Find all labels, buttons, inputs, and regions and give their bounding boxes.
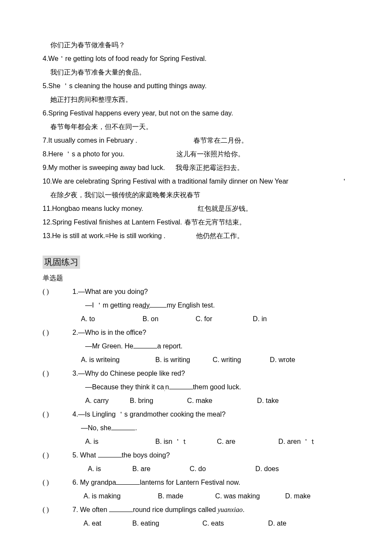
answer-bracket-4[interactable]: ( ) [43, 408, 72, 421]
question-3: ( ) 3.—Why do Chinese people like red? [43, 367, 349, 380]
option-3d[interactable]: D. take [257, 394, 279, 408]
sentence-5-en: 5.She ＇s cleaning the house and putting … [43, 79, 349, 93]
option-3b[interactable]: B. bring [130, 394, 185, 408]
question-3-stem: 3.—Why do Chinese people like red? [72, 367, 349, 380]
question-1-sub-u: dy [142, 302, 150, 309]
sentence-8-en: 8.Here ＇s a photo for you. [43, 147, 158, 161]
question-3-options: A. carry B. bring C. make D. take [85, 394, 349, 408]
sentence-6-cn: 春节每年都会来，但不在同一天。 [43, 120, 349, 134]
sentence-10-en: 10.We are celebrating Spring Festival wi… [43, 175, 349, 188]
option-2c[interactable]: C. writing [213, 353, 268, 367]
option-1c[interactable]: C. for [196, 312, 251, 326]
question-3-sub-post: them good luck. [193, 383, 241, 391]
sentence-13: 13.He is still at work.=He is still work… [43, 229, 349, 243]
question-7-stem-post: round rice dumplings called [133, 506, 216, 513]
option-1d[interactable]: D. in [253, 312, 267, 326]
question-4-sub-post: . [135, 424, 137, 431]
question-5-stem-post: the boys doing? [122, 451, 170, 459]
question-7-stem-tail: yuanxiao [216, 506, 243, 513]
answer-bracket-7[interactable]: ( ) [43, 503, 72, 517]
option-7d[interactable]: D. ate [268, 517, 286, 530]
question-1-sub: —I ＇m getting readymy English test. [85, 299, 349, 312]
sentence-11-cn: 红包就是压岁钱。 [198, 205, 252, 212]
blank-icon [150, 301, 167, 308]
sentence-11: 11.Hongbao means lucky money. 红包就是压岁钱。 [43, 202, 349, 216]
question-4-sub-pre: —No, she [81, 424, 111, 431]
blank-icon [169, 383, 193, 389]
answer-bracket-2[interactable]: ( ) [43, 326, 72, 339]
sentence-12-cn: 春节在元宵节结束。 [184, 219, 246, 226]
sentence-12-en: 12.Spring Festival finishes at Lantern F… [43, 219, 182, 226]
section-subtitle: 单选题 [43, 271, 349, 285]
answer-bracket-3[interactable]: ( ) [43, 367, 72, 380]
option-4c[interactable]: C. are [217, 435, 277, 449]
sentence-9-cn: 我母亲正把霉运扫去。 [176, 164, 244, 171]
option-4d[interactable]: D. aren ＇ｔ [278, 435, 316, 449]
option-2d[interactable]: D. wrote [270, 353, 295, 367]
sentence-5-cn: 她正打扫房间和整理东西。 [43, 93, 349, 106]
option-7a[interactable]: A. eat [84, 517, 130, 530]
option-4b[interactable]: B. isn ＇ｔ [155, 435, 215, 449]
answer-bracket-1[interactable]: ( ) [43, 285, 72, 299]
question-6-stem-post: lanterns for Lantern Festival now. [140, 479, 240, 486]
sentence-9-en: 9.My mother is sweeping away bad luck. [43, 161, 170, 175]
answer-bracket-6[interactable]: ( ) [43, 476, 72, 489]
option-4a[interactable]: A. is [85, 435, 153, 449]
sentence-3-cn: 你们正为春节做准备吗？ [43, 38, 349, 52]
question-7-stem-pre: 7. We often [72, 506, 109, 513]
question-5-stem: 5. What the boys doing? [72, 449, 349, 462]
question-4-sub: —No, she. [81, 421, 349, 435]
sentence-8-cn: 这儿有一张照片给你。 [176, 150, 245, 158]
option-6d[interactable]: D. make [285, 489, 311, 503]
question-1-stem: 1.—What are you doing? [72, 285, 349, 299]
question-3-sub: —Because they think it ca.nthem good luc… [85, 380, 349, 394]
question-7-options: A. eat B. eating C. eats D. ate [84, 517, 349, 530]
option-6a[interactable]: A. is making [84, 489, 156, 503]
sentence-4-en: 4.We＇re getting lots of food ready for S… [43, 52, 349, 66]
question-4-options: A. is B. isn ＇ｔ C. are D. aren ＇ｔ [85, 435, 349, 449]
sentence-10-en-text: 10.We are celebrating Spring Festival wi… [43, 178, 288, 185]
question-7-stem: 7. We often round rice dumplings called … [72, 503, 349, 517]
question-3-sub-mid: n [165, 383, 169, 391]
option-3a[interactable]: A. carry [85, 394, 128, 408]
question-2: ( ) 2.—Who is in the office? [43, 326, 349, 339]
question-3-sub-pre: —Because they think it ca [85, 383, 164, 391]
option-3c[interactable]: C. make [187, 394, 255, 408]
blank-icon [116, 478, 140, 485]
question-2-stem: 2.—Who is in the office? [72, 326, 349, 339]
option-7c[interactable]: C. eats [202, 517, 266, 530]
sentence-4-cn: 我们正为春节准备大量的食品。 [43, 66, 349, 79]
question-6: ( ) 6. My grandpalanterns for Lantern Fe… [43, 476, 349, 489]
sentence-8: 8.Here ＇s a photo for you. 这儿有一张照片给你。 [43, 147, 349, 161]
question-6-stem: 6. My grandpalanterns for Lantern Festiv… [72, 476, 349, 489]
blank-icon [98, 451, 122, 457]
option-5d[interactable]: D. does [255, 462, 279, 476]
option-1b[interactable]: B. on [142, 312, 193, 326]
question-5-options: A. is B. are C. do D. does [88, 462, 349, 476]
question-6-stem-pre: 6. My grandpa [72, 479, 116, 486]
question-2-sub-post: a report. [157, 342, 183, 350]
option-6c[interactable]: C. was making [215, 489, 283, 503]
answer-bracket-5[interactable]: ( ) [43, 449, 72, 462]
option-5a[interactable]: A. is [88, 462, 130, 476]
question-1: ( ) 1.—What are you doing? [43, 285, 349, 299]
option-2b[interactable]: B. is writing [155, 353, 210, 367]
option-6b[interactable]: B. made [158, 489, 213, 503]
option-7b[interactable]: B. eating [132, 517, 200, 530]
option-2a[interactable]: A. is writeing [81, 353, 153, 367]
question-4: ( ) 4.—Is Lingling ＇s grandmother cookin… [43, 408, 349, 421]
question-2-options: A. is writeing B. is writing C. writing … [81, 353, 349, 367]
question-7-stem-dot: . [242, 506, 244, 513]
option-1a[interactable]: A. to [81, 312, 141, 326]
option-5b[interactable]: B. are [132, 462, 187, 476]
question-1-options: A. to B. on C. for D. in [81, 312, 349, 326]
blank-icon [133, 342, 157, 348]
option-5c[interactable]: C. do [190, 462, 254, 476]
sentence-9: 9.My mother is sweeping away bad luck. 我… [43, 161, 349, 175]
sentence-6-en: 6.Spring Festival happens every year, bu… [43, 106, 349, 120]
question-1-sub-pre: —I ＇m getting rea [85, 302, 142, 309]
question-5-stem-pre: 5. What [72, 451, 98, 459]
sentence-7-en: 7.It usually comes in February . [43, 134, 175, 147]
page: 你们正为春节做准备吗？ 4.We＇re getting lots of food… [0, 0, 392, 555]
question-1-sub-post: my English test. [167, 302, 215, 309]
